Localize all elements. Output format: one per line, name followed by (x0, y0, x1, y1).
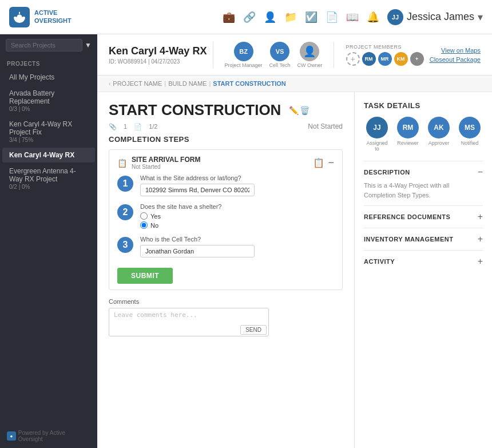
step-2: 2 Does the site have a shelter? Yes No (117, 203, 334, 229)
pages-count: 1/2 (149, 123, 157, 130)
task-status: Not Started (308, 122, 343, 130)
member-avatar-mr: MR (378, 52, 392, 66)
sidebar-section-label: PROJECTS (0, 56, 97, 69)
document-icon[interactable]: 📄 (326, 11, 338, 23)
send-button[interactable]: SEND (240, 325, 267, 335)
evergreen-stats: 0/2 | 0% (9, 184, 88, 190)
team-role-vs: Cell Tech (269, 62, 291, 68)
submit-button[interactable]: SUBMIT (117, 268, 173, 284)
activity-expand-icon[interactable]: + (478, 256, 483, 267)
footer-icon: ● (7, 431, 16, 441)
step-number-3: 3 (117, 237, 133, 253)
description-collapse-icon[interactable]: − (478, 167, 483, 177)
completion-steps-header: COMPLETION STEPS (109, 135, 343, 144)
sidebar-item-kencaryl[interactable]: Ken Caryl 4-Way RX (2, 148, 95, 162)
project-header: Ken Caryl 4-Way RX ID: WO889914 | 04/27/… (97, 34, 492, 76)
chevron-down-icon: ▾ (478, 11, 483, 23)
filter-icon[interactable]: ▼ (85, 41, 92, 49)
breadcrumb: ‹ PROJECT NAME | BUILD NAME | START CONS… (97, 76, 492, 92)
delete-icon[interactable]: 🗑️ (300, 106, 310, 115)
bell-icon[interactable]: 🔔 (367, 11, 379, 23)
sidebar: ▼ PROJECTS All My Projects Arvada Batter… (0, 34, 97, 448)
team-member-vs: VS Cell Tech (269, 42, 291, 68)
content-area: Ken Caryl 4-Way RX ID: WO889914 | 04/27/… (97, 34, 492, 448)
inventory-header[interactable]: INVENTORY MANAGEMENT + (364, 234, 483, 244)
inventory-expand-icon[interactable]: + (478, 234, 483, 244)
main-layout: ▼ PROJECTS All My Projects Arvada Batter… (0, 34, 492, 448)
folder-icon[interactable]: 📁 (284, 11, 297, 23)
attach-count: 1 (124, 123, 127, 130)
breadcrumb-chevron: ‹ (109, 81, 110, 87)
step-block-header: 📋 SITE ARRIVAL FORM Not Started 📋 − (117, 156, 334, 170)
activity-section: ACTIVITY + (364, 250, 483, 272)
reference-docs-label: REFERENCE DOCUMENTS (364, 213, 450, 220)
logo-area: ACTIVE OVERSIGHT (9, 7, 72, 27)
team-role-bz: Project Manager (225, 62, 263, 68)
radio-no-input[interactable] (140, 221, 148, 229)
project-sub: ID: WO889914 | 04/27/2023 (109, 58, 207, 65)
sidebar-item-arvada[interactable]: Arvada Battery Replacement 0/3 | 0% (2, 86, 95, 116)
assignee-jj: JJ Assigned to (364, 117, 390, 152)
person-icon[interactable]: 👤 (264, 11, 276, 23)
description-text: This is a 4-Way Project with all Complet… (364, 181, 483, 200)
user-area[interactable]: JJ Jessica James ▾ (387, 9, 483, 25)
top-nav: ACTIVE OVERSIGHT 💼 🔗 👤 📁 ☑️ 📄 📖 🔔 JJ Jes… (0, 0, 492, 34)
breadcrumb-build: BUILD NAME (168, 80, 207, 87)
completion-step-block: 📋 SITE ARRIVAL FORM Not Started 📋 − (109, 149, 343, 290)
reference-docs-expand-icon[interactable]: + (478, 212, 483, 222)
form-action-icon[interactable]: 📋 (313, 157, 324, 168)
reference-docs-header[interactable]: REFERENCE DOCUMENTS + (364, 212, 483, 222)
assignee-ms: MS Notified (457, 117, 483, 152)
form-icon: 📋 (117, 158, 127, 168)
member-avatar-rm: RM (362, 52, 376, 66)
project-links: View on Maps Closeout Package (430, 47, 481, 63)
logo-text: ACTIVE OVERSIGHT (34, 9, 72, 24)
sidebar-footer: ● Powered by Active Oversight (0, 424, 97, 448)
members-avatars: + RM MR KM + (346, 52, 424, 66)
assignee-avatar-jj: JJ (366, 117, 388, 138)
add-member-button[interactable]: + (346, 52, 360, 66)
project-team: BZ Project Manager VS Cell Tech 👤 CW Own… (213, 42, 335, 68)
collapse-icon[interactable]: − (328, 157, 334, 169)
activity-label: ACTIVITY (364, 258, 395, 265)
description-header[interactable]: DESCRIPTION − (364, 167, 483, 177)
search-input[interactable] (6, 39, 82, 51)
step-1: 1 What is the Site address or lat/long? (117, 175, 334, 196)
checklist-icon[interactable]: ☑️ (305, 11, 318, 23)
task-details-title: TASK DETAILS (364, 101, 483, 110)
briefcase-icon[interactable]: 💼 (223, 11, 235, 23)
book-icon[interactable]: 📖 (346, 11, 359, 23)
hierarchy-icon[interactable]: 🔗 (243, 11, 256, 23)
breadcrumb-sep1: | (164, 80, 166, 87)
comments-label: Comments (109, 298, 343, 305)
step-block-left: 📋 SITE ARRIVAL FORM Not Started (117, 156, 200, 170)
step-block-actions: 📋 − (313, 157, 334, 169)
radio-no[interactable]: No (140, 221, 334, 229)
sidebar-item-evergreen[interactable]: Evergreen Antenna 4-Way RX Project 0/2 |… (2, 164, 95, 193)
radio-yes-input[interactable] (140, 212, 148, 220)
step-block-title: SITE ARRIVAL FORM (132, 156, 200, 164)
sidebar-item-kencaryl-fix[interactable]: Ken Caryl 4-Way RX Project Fix 3/4 | 75% (2, 117, 95, 146)
logo-icon (9, 7, 30, 27)
step-content-3: Who is the Cell Tech? (140, 236, 334, 257)
step-content-2: Does the site have a shelter? Yes No (140, 203, 334, 229)
task-title-icons: ✏️ 🗑️ (285, 106, 310, 115)
edit-icon[interactable]: ✏️ (289, 106, 299, 115)
member-avatar-extra: + (410, 52, 424, 66)
step-input-1[interactable] (140, 184, 255, 196)
inventory-label: INVENTORY MANAGEMENT (364, 236, 453, 243)
team-avatar-vs: VS (270, 42, 289, 61)
radio-yes[interactable]: Yes (140, 212, 334, 220)
activity-header[interactable]: ACTIVITY + (364, 256, 483, 267)
kencaryl-fix-stats: 3/4 | 75% (9, 137, 88, 143)
pages-icon: 📄 (134, 123, 142, 130)
team-avatar-bz: BZ (234, 42, 253, 61)
breadcrumb-project: PROJECT NAME (113, 80, 162, 87)
step-input-3[interactable] (140, 245, 255, 257)
view-on-maps-link[interactable]: View on Maps (441, 47, 481, 54)
project-members-area: PROJECT MEMBERS + RM MR KM + (340, 44, 424, 66)
project-name: Ken Caryl 4-Way RX (109, 45, 207, 57)
sidebar-item-all-projects[interactable]: All My Projects (2, 70, 95, 85)
closeout-package-link[interactable]: Closeout Package (430, 56, 481, 63)
nav-icons: 💼 🔗 👤 📁 ☑️ 📄 📖 🔔 JJ Jessica James ▾ (223, 9, 483, 25)
